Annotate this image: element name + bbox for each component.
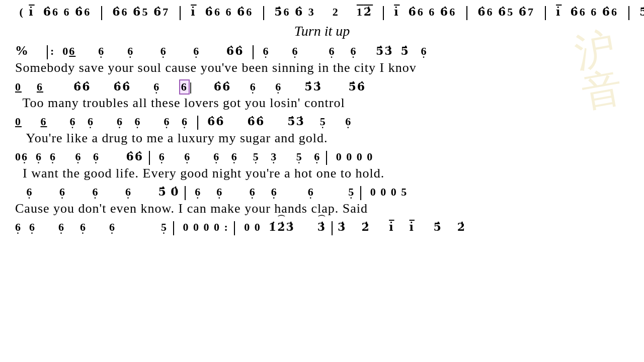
sheet-music: 沪音 ( i̇ 6̇6 6 6̇6 6̇6 6̇5 6̇7 i̇ 6̇6 6 6… <box>0 0 644 243</box>
line3-notation: 0 6 6 6 6 6 6 6 6̇6̇ 6̇6̇ 5̇3̇ 5 6 <box>15 115 629 130</box>
line3-lyrics: You're like a drug to me a luxury my sug… <box>15 131 629 146</box>
line1-notation: % : 06 6 6 6 6 6̇6̇ 6 6 6 6 5̇3̇ 5̇ 6 <box>15 43 629 59</box>
intro-notation: ( i̇ 6̇6 6 6̇6 6̇6 6̇5 6̇7 i̇ 6̇6 6 6̇6 … <box>15 5 629 20</box>
line4-block: 06 6 6 6 6 6̇6̇ 6 6 6 6 5 3 5 6 0 0 0 0 … <box>15 150 629 181</box>
song-title: Turn it up <box>15 23 629 39</box>
line3-block: 0 6 6 6 6 6 6 6 6̇6̇ 6̇6̇ 5̇3̇ 5 6 You'r… <box>15 115 629 146</box>
line4-notation: 06 6 6 6 6 6̇6̇ 6 6 6 6 5 3 5 6 0 0 0 0 <box>15 150 629 165</box>
title-block: Turn it up <box>15 23 629 39</box>
line6-notation: 6 6 6 6 6 5 0 0 0 0 : 0 0 ⌒ 1̇2̇3̇ ⌒ 3̇ <box>15 220 629 235</box>
intro-block: ( i̇ 6̇6 6 6̇6 6̇6 6̇5 6̇7 i̇ 6̇6 6 6̇6 … <box>15 5 629 20</box>
line1-lyrics: Somebody save your soul cause you've bee… <box>15 60 629 75</box>
line5-block: 6 6 6 6 5̇ 0̇ 6 6 6 6 6 5 0 0 0 5 Cause … <box>15 185 629 216</box>
line4-lyrics: I want the good life. Every good night y… <box>15 166 629 181</box>
line2-lyrics: Too many troubles all these lovers got y… <box>15 96 629 111</box>
line2-block: 0 6 6̇6̇ 6̇6̇ 6 6 6̇6̇ 6 6 5̇3̇ 5̇6̇ Too… <box>15 79 629 111</box>
line5-notation: 6 6 6 6 5̇ 0̇ 6 6 6 6 6 5 0 0 0 5 <box>15 185 629 200</box>
line1-block: % : 06 6 6 6 6 6̇6̇ 6 6 6 6 5̇3̇ 5̇ 6 <box>15 43 629 75</box>
line2-notation: 0 6 6̇6̇ 6̇6̇ 6 6 6̇6̇ 6 6 5̇3̇ 5̇6̇ <box>15 79 629 95</box>
line6-block: 6 6 6 6 6 5 0 0 0 0 : 0 0 ⌒ 1̇2̇3̇ ⌒ 3̇ <box>15 220 629 235</box>
